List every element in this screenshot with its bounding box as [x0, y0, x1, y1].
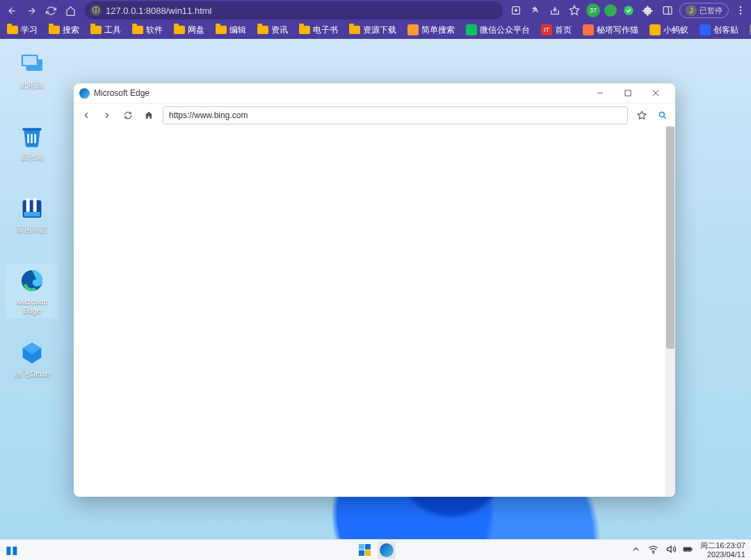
edge-home-button[interactable]: [142, 108, 156, 122]
extensions-puzzle-icon[interactable]: [640, 3, 656, 18]
folder-icon: [90, 26, 102, 34]
edge-titlebar[interactable]: Microsoft Edge: [74, 83, 675, 103]
bookmark-item[interactable]: 微信公众平台: [462, 23, 534, 38]
windows-desktop[interactable]: 此电脑回收站应用商店Microsoft Edge腾飞Office Microso…: [0, 39, 751, 539]
svg-rect-13: [26, 198, 30, 212]
install-icon[interactable]: [508, 3, 524, 18]
desktop-icon-label: Microsoft Edge: [8, 297, 56, 315]
edge-content-area: Microsoft Bing 登录 Rewards: [74, 126, 675, 497]
bookmark-item[interactable]: 搜索: [45, 23, 83, 38]
desktop-icon-image: [18, 50, 46, 78]
share-icon[interactable]: [547, 3, 563, 18]
extension-badge[interactable]: 37: [586, 3, 600, 17]
widgets-button[interactable]: ▮▮: [6, 543, 18, 557]
desktop-icon-label: 腾飞Office: [15, 370, 50, 379]
bookmark-item[interactable]: 创客贴: [695, 23, 743, 38]
minimize-button[interactable]: [586, 83, 614, 103]
scrollbar[interactable]: [665, 126, 675, 497]
site-icon: [407, 24, 419, 35]
browser-toolbar: ⓘ 127.0.0.1:8088/win11.html 37 J 已暂停: [0, 0, 751, 21]
svg-rect-10: [31, 134, 33, 143]
edge-window[interactable]: Microsoft Edge https://www.bing.com Mic: [74, 83, 675, 497]
svg-rect-15: [24, 212, 40, 217]
taskbar-center: [355, 541, 396, 559]
edge-forward-button[interactable]: [100, 108, 114, 122]
svg-rect-2: [663, 7, 672, 15]
home-button[interactable]: [61, 1, 79, 19]
bookmark-item[interactable]: 网盘: [170, 23, 209, 38]
bookmark-item[interactable]: 编辑: [211, 23, 250, 38]
desktop-icon[interactable]: 回收站: [6, 120, 58, 165]
edge-favorite-icon[interactable]: [635, 108, 649, 122]
desktop-icon[interactable]: 此电脑: [6, 47, 58, 92]
desktop-icon[interactable]: 应用商店: [6, 192, 58, 237]
edge-address-bar[interactable]: https://www.bing.com: [163, 106, 628, 124]
back-button[interactable]: [3, 1, 21, 19]
desktop-icon-image: [18, 339, 46, 367]
profile-avatar: J: [686, 5, 697, 16]
site-icon: [649, 24, 661, 35]
desktop-icon-image: [18, 195, 46, 222]
extension-icon-1[interactable]: [604, 4, 617, 17]
profile-paused-pill[interactable]: J 已暂停: [679, 3, 729, 18]
folder-icon: [7, 26, 18, 34]
folder-icon: [49, 26, 60, 34]
taskbar-clock[interactable]: 周二16:23:07 2023/04/11: [700, 541, 745, 559]
site-info-icon[interactable]: ⓘ: [90, 5, 102, 16]
desktop-icon[interactable]: Microsoft Edge: [6, 264, 58, 318]
desktop-icon[interactable]: 腾飞Office: [6, 336, 58, 381]
folder-icon: [257, 26, 268, 34]
menu-icon[interactable]: [733, 3, 748, 18]
bookmark-item[interactable]: 学习: [3, 23, 42, 38]
svg-point-1: [624, 6, 633, 15]
wifi-icon[interactable]: [648, 544, 659, 556]
translate-icon[interactable]: [528, 3, 543, 18]
clock-time: 周二16:23:07: [700, 541, 745, 550]
svg-point-28: [653, 552, 654, 553]
bookmark-item[interactable]: 软件: [128, 23, 167, 38]
scrollbar-thumb[interactable]: [666, 126, 675, 349]
reload-button[interactable]: [42, 1, 60, 19]
svg-rect-30: [685, 548, 691, 550]
side-panel-icon[interactable]: [660, 3, 675, 18]
bookmark-item[interactable]: 资源下载: [345, 23, 401, 38]
folder-icon: [299, 26, 310, 34]
forward-button[interactable]: [22, 1, 40, 19]
bookmark-item[interactable]: 工具: [86, 23, 125, 38]
volume-icon[interactable]: [665, 544, 676, 556]
extension-icon-2[interactable]: [621, 3, 636, 18]
bookmark-item[interactable]: 秘塔写作猫: [579, 23, 643, 38]
edge-reload-button[interactable]: [121, 108, 135, 122]
svg-point-3: [740, 6, 742, 8]
edge-nav-bar: https://www.bing.com: [74, 103, 675, 126]
svg-point-4: [740, 10, 742, 12]
bookmark-item[interactable]: 小蚂蚁: [645, 23, 693, 38]
site-icon: IT: [541, 24, 552, 35]
host-browser-chrome: ⓘ 127.0.0.1:8088/win11.html 37 J 已暂停 学习搜…: [0, 0, 751, 39]
bookmark-item[interactable]: 登录页面: [745, 23, 751, 38]
edge-back-button[interactable]: [79, 108, 93, 122]
star-icon[interactable]: [567, 3, 582, 18]
battery-icon[interactable]: [683, 544, 693, 556]
address-bar[interactable]: ⓘ 127.0.0.1:8088/win11.html: [85, 1, 503, 19]
taskbar-edge-icon[interactable]: [378, 541, 396, 559]
svg-rect-11: [34, 134, 36, 143]
taskbar-right: 周二16:23:07 2023/04/11: [631, 541, 745, 559]
tray-chevron-icon[interactable]: [631, 544, 641, 556]
desktop-icon-image: [18, 122, 46, 150]
bookmark-item[interactable]: 电子书: [295, 23, 342, 38]
svg-rect-14: [33, 198, 37, 212]
profile-status: 已暂停: [700, 6, 722, 16]
edge-title-text: Microsoft Edge: [94, 88, 150, 98]
windows-taskbar[interactable]: ▮▮ 周二16:23:07 2023/04/11: [0, 539, 751, 560]
edge-search-icon[interactable]: [656, 108, 670, 122]
close-button[interactable]: [642, 83, 670, 103]
svg-rect-17: [625, 90, 631, 96]
bookmark-item[interactable]: 简单搜索: [403, 23, 459, 38]
maximize-button[interactable]: [614, 83, 642, 103]
desktop-icon-image: [18, 267, 46, 295]
start-button[interactable]: [355, 541, 373, 559]
bookmark-item[interactable]: IT首页: [537, 23, 576, 38]
bookmark-item[interactable]: 资讯: [253, 23, 292, 38]
folder-icon: [132, 26, 143, 34]
